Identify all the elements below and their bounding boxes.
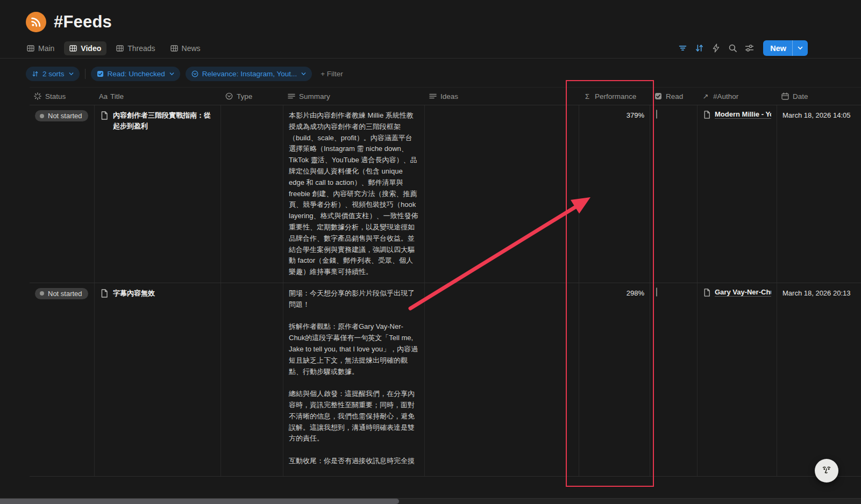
tab-label: Main [38,44,54,53]
search-icon[interactable] [728,44,737,53]
add-filter-button[interactable]: + Filter [321,70,343,78]
view-tab-bar: Main Video Threads News New [0,39,861,59]
tab-label: News [182,44,201,53]
read-checkbox[interactable] [656,287,657,297]
page-icon [703,111,711,119]
lightning-icon[interactable] [711,44,721,53]
read-filter-label: Read: Unchecked [108,70,165,78]
summary-cell[interactable]: 本影片由內容創作者教練 Millie 系統性教授成為成功內容創作者的三階段框架（… [283,105,425,283]
title-text[interactable]: 內容創作者三階段實戰指南：從起步到盈利 [113,110,215,278]
author-cell: Gary Vay-Ner-Chu [698,283,777,476]
select-circle-icon [225,92,233,100]
title-cell[interactable]: 字幕內容無效 [95,283,221,476]
author-link[interactable]: Modern Millie - Yo [715,110,771,278]
table-header-row: Status AaTitle Type Summary Ideas ΣPerfo… [30,88,861,105]
column-header-author[interactable]: ↗#Author [698,88,777,105]
chevron-down-icon [301,72,306,76]
horizontal-scrollbar-track[interactable] [0,498,861,504]
checkbox-icon [654,92,662,100]
checked-checkbox-icon [97,70,104,77]
sort-arrows-icon [32,70,39,77]
type-cell[interactable] [221,283,283,476]
read-filter-pill[interactable]: Read: Unchecked [91,67,180,81]
status-dot-icon [40,291,44,296]
tab-video[interactable]: Video [64,41,106,55]
ideas-cell[interactable] [425,105,579,283]
tab-label: Threads [127,44,155,53]
tab-threads[interactable]: Threads [111,41,160,55]
status-cell: Not started [30,105,95,283]
relevance-filter-label: Relevance: Instagram, Yout... [202,70,297,78]
read-cell [650,283,698,476]
sorts-pill[interactable]: 2 sorts [26,67,80,81]
title-text[interactable]: 字幕內容無效 [113,288,155,471]
tab-news[interactable]: News [165,41,206,55]
new-dropdown-chevron[interactable] [792,40,808,56]
feeds-table: Status AaTitle Type Summary Ideas ΣPerfo… [30,87,861,477]
summary-cell[interactable]: 開場：今天想分享的影片片段似乎出現了問題！ 拆解作者觀點：原作者Gary Vay… [283,283,425,476]
column-header-performance[interactable]: ΣPerformance [579,88,650,105]
table-view-icon [69,45,77,52]
tab-label: Video [81,44,101,53]
notion-ai-button[interactable] [815,459,838,483]
text-lines-icon [288,92,295,100]
ai-face-icon [820,464,834,478]
tab-main[interactable]: Main [22,41,60,55]
status-dot-icon [40,114,44,118]
status-badge[interactable]: Not started [35,288,88,299]
column-header-date[interactable]: Date [777,88,861,105]
author-cell: Modern Millie - Yo [698,105,777,283]
date-cell[interactable]: March 18, 2026 14:05 [777,105,861,283]
rss-logo-icon[interactable] [26,12,46,32]
column-header-ideas[interactable]: Ideas [425,88,579,105]
page-title: #Feeds [54,12,112,32]
performance-cell[interactable]: 298% [579,283,650,476]
table-view-icon [116,45,124,52]
author-link[interactable]: Gary Vay-Ner-Chu [715,288,771,471]
read-checkbox[interactable] [656,110,657,119]
performance-cell[interactable]: 379% [579,105,650,283]
type-cell[interactable] [221,105,283,283]
sum-sigma-icon: Σ [584,92,591,100]
relation-arrow-icon: ↗ [702,92,709,100]
read-cell [650,105,698,283]
view-settings-icon[interactable] [745,44,754,53]
table-view-icon [170,45,178,52]
new-button-label[interactable]: New [763,40,792,56]
chevron-down-icon [169,72,174,76]
table-row: Not started 內容創作者三階段實戰指南：從起步到盈利 本影片由內容創作… [30,105,861,283]
page-icon [100,289,109,298]
column-header-status[interactable]: Status [30,88,95,105]
text-lines-icon [429,92,437,100]
sort-icon[interactable] [695,44,704,53]
status-icon [34,92,41,100]
status-cell: Not started [30,283,95,476]
filter-divider [85,69,86,79]
column-header-summary[interactable]: Summary [283,88,425,105]
date-cell[interactable]: March 18, 2026 20:13 [777,283,861,476]
table-row: Not started 字幕內容無效 開場：今天想分享的影片片段似乎出現了問題！… [30,283,861,477]
status-badge[interactable]: Not started [35,110,88,121]
page-header: #Feeds [0,0,861,32]
title-cell[interactable]: 內容創作者三階段實戰指南：從起步到盈利 [95,105,221,283]
column-header-title[interactable]: AaTitle [95,88,221,105]
horizontal-scrollbar-thumb[interactable] [0,499,399,504]
table-view-icon [27,45,34,52]
filter-bar: 2 sorts Read: Unchecked Relevance: Insta… [26,66,861,81]
page-icon [703,289,711,297]
chevron-down-icon [69,72,74,76]
page-icon [100,111,109,120]
column-header-type[interactable]: Type [221,88,283,105]
view-toolbar: New [678,40,808,56]
column-header-read[interactable]: Read [650,88,698,105]
filter-icon[interactable] [678,44,687,53]
text-aa-icon: Aa [99,92,106,100]
select-circle-icon [191,70,198,77]
calendar-icon [781,92,789,100]
ideas-cell[interactable] [425,283,579,476]
sorts-pill-label: 2 sorts [42,70,65,78]
relevance-filter-pill[interactable]: Relevance: Instagram, Yout... [186,67,312,81]
new-button[interactable]: New [763,40,808,56]
